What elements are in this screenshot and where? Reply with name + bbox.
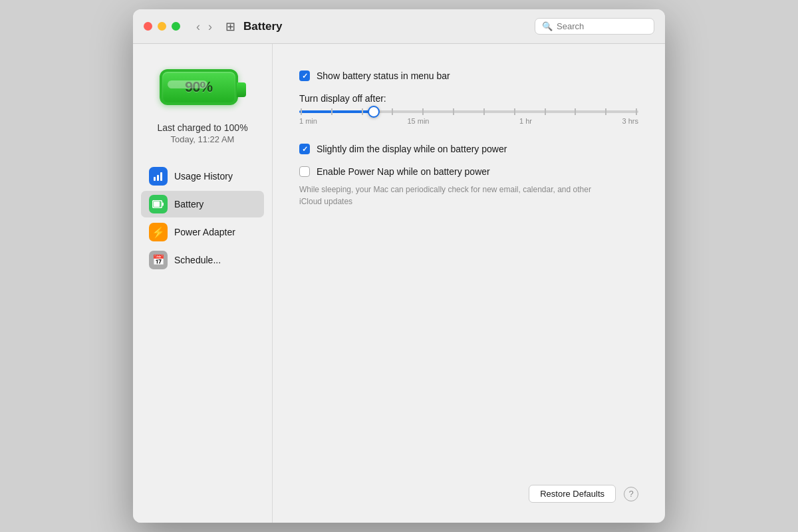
battery-tip: [237, 82, 246, 97]
svg-rect-5: [162, 203, 164, 206]
footer: Restore Defaults ?: [299, 471, 638, 503]
traffic-lights: [144, 22, 180, 31]
tick-6: [453, 108, 454, 115]
slider-section-label: Turn display off after:: [299, 93, 638, 104]
power-nap-note: While sleeping, your Mac can periodicall…: [299, 184, 605, 207]
battery-nav-icon: [149, 195, 168, 213]
battery-nav-label: Battery: [174, 199, 203, 209]
search-box[interactable]: 🔍: [535, 18, 654, 35]
power-nap-checkbox[interactable]: [299, 166, 310, 177]
svg-rect-4: [154, 201, 160, 207]
schedule-label: Schedule...: [174, 255, 221, 265]
dim-display-row: ✓ Slightly dim the display while on batt…: [299, 144, 638, 154]
grid-icon[interactable]: ⊞: [225, 19, 235, 34]
show-battery-status-checkbox[interactable]: ✓: [299, 70, 310, 81]
show-battery-status-row: ✓ Show battery status in menu bar: [299, 70, 638, 81]
system-preferences-window: ‹ › ⊞ Battery 🔍 90% Last charged to 100%: [133, 9, 665, 523]
charge-label: Last charged to 100%: [157, 122, 247, 133]
power-adapter-icon: ⚡: [149, 223, 168, 241]
fullscreen-button[interactable]: [172, 22, 180, 31]
help-button[interactable]: ?: [624, 487, 638, 501]
schedule-icon: 📅: [149, 251, 168, 269]
sidebar-item-usage-history[interactable]: Usage History: [141, 163, 264, 190]
battery-icon-graphic: 90%: [160, 64, 246, 110]
battery-body: 90%: [160, 69, 238, 105]
dim-display-checkbox[interactable]: ✓: [299, 144, 310, 154]
sidebar: 90% Last charged to 100% Today, 11:22 AM: [133, 44, 273, 523]
display-off-slider[interactable]: [299, 110, 638, 113]
tick-9: [545, 108, 546, 115]
tick-11: [605, 108, 606, 115]
tick-8: [514, 108, 515, 115]
minimize-button[interactable]: [158, 22, 166, 31]
checkmark-icon: ✓: [302, 72, 308, 80]
sidebar-item-battery[interactable]: Battery: [141, 191, 264, 217]
slider-label-1min: 1 min: [299, 117, 317, 125]
power-nap-row: Enable Power Nap while on battery power: [299, 166, 638, 177]
svg-rect-1: [157, 175, 159, 181]
slider-label-1hr: 1 hr: [519, 117, 532, 125]
nav-items: Usage History Battery: [133, 163, 272, 273]
forward-button[interactable]: ›: [205, 19, 215, 34]
body: 90% Last charged to 100% Today, 11:22 AM: [133, 44, 665, 523]
svg-rect-2: [160, 172, 162, 181]
tick-7: [483, 108, 485, 115]
back-button[interactable]: ‹: [194, 19, 203, 34]
search-icon: 🔍: [542, 21, 553, 31]
tick-4: [392, 108, 393, 115]
slider-labels: 1 min 15 min 1 hr 3 hrs: [299, 117, 638, 125]
battery-shine: [168, 80, 207, 88]
usage-history-label: Usage History: [174, 171, 233, 182]
charge-info: Last charged to 100% Today, 11:22 AM: [157, 122, 247, 144]
tick-1: [301, 108, 302, 115]
tick-2: [331, 108, 332, 115]
window-title: Battery: [243, 20, 527, 33]
dim-display-label: Slightly dim the display while on batter…: [317, 144, 507, 154]
titlebar: ‹ › ⊞ Battery 🔍: [133, 9, 665, 44]
sidebar-item-power-adapter[interactable]: ⚡ Power Adapter: [141, 219, 264, 245]
power-nap-label: Enable Power Nap while on battery power: [317, 166, 490, 177]
svg-rect-0: [154, 177, 156, 181]
nav-arrows: ‹ ›: [194, 19, 215, 34]
dim-checkmark-icon: ✓: [302, 146, 308, 153]
usage-history-icon: [149, 167, 168, 186]
sidebar-item-schedule[interactable]: 📅 Schedule...: [141, 247, 264, 273]
slider-thumb[interactable]: [368, 106, 380, 118]
close-button[interactable]: [144, 22, 152, 31]
power-adapter-label: Power Adapter: [174, 227, 235, 237]
show-battery-status-label: Show battery status in menu bar: [317, 70, 450, 81]
search-input[interactable]: [557, 21, 643, 31]
restore-defaults-button[interactable]: Restore Defaults: [529, 485, 616, 503]
display-off-slider-section: Turn display off after:: [299, 93, 638, 125]
slider-label-15min: 15 min: [407, 117, 429, 125]
slider-label-3hrs: 3 hrs: [622, 117, 638, 125]
tick-5: [422, 108, 424, 115]
slider-track: [299, 110, 638, 113]
tick-3: [362, 108, 363, 115]
charge-time: Today, 11:22 AM: [157, 134, 247, 144]
main-content: ✓ Show battery status in menu bar Turn d…: [273, 44, 665, 523]
tick-10: [575, 108, 576, 115]
tick-12: [636, 108, 637, 115]
